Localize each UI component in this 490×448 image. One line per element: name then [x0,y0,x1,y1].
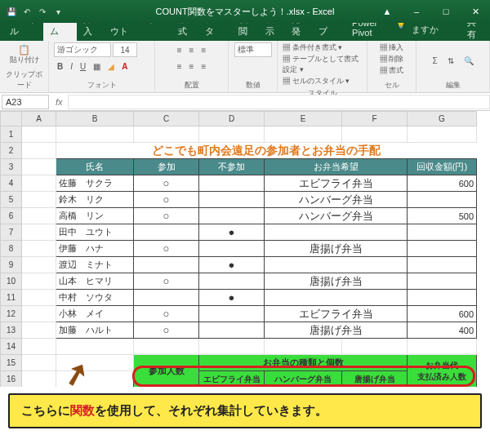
cell-fee[interactable]: 600 [408,175,477,192]
row-header[interactable]: 8 [1,241,22,257]
cell-fee[interactable] [408,241,477,257]
select-all-corner[interactable] [1,112,22,126]
table-header[interactable]: 参加 [134,159,199,175]
ribbon-collapse-icon[interactable]: ▲ [372,0,402,23]
table-header[interactable]: 氏名 [56,159,134,175]
cell-skip[interactable] [199,322,265,339]
cell-join[interactable]: ○ [134,322,199,339]
cell-bento[interactable]: ハンバーグ弁当 [265,192,408,208]
maximize-icon[interactable]: □ [431,0,461,23]
row-header[interactable]: 9 [1,257,22,273]
summary-header[interactable]: 唐揚げ弁当 [342,371,408,388]
cell-name[interactable]: 渡辺 ミナト [56,257,134,273]
redo-icon[interactable]: ↷ [36,5,49,18]
cell-name[interactable]: 佐藤 サクラ [56,175,134,192]
cell-bento[interactable]: ハンバーグ弁当 [265,208,408,224]
paste-button[interactable]: 📋 貼り付け [10,45,39,65]
table-format-button[interactable]: ▦ テーブルとして書式設定 ▾ [283,54,362,75]
cell-skip[interactable]: ● [199,290,265,306]
font-color-button[interactable]: A [118,59,131,73]
insert-cells-button[interactable]: ▦ 挿入 [380,42,404,53]
bold-button[interactable]: B [54,59,66,73]
cell-skip[interactable] [199,273,265,290]
cell-fee[interactable] [408,224,477,241]
col-header[interactable]: C [134,112,199,126]
save-icon[interactable]: 💾 [5,5,18,18]
cell-bento[interactable]: エビフライ弁当 [265,306,408,322]
col-header[interactable]: F [342,112,408,126]
cell-join[interactable] [134,224,199,241]
cell-fee[interactable] [408,290,477,306]
cell-skip[interactable] [199,175,265,192]
fx-icon[interactable]: fx [51,97,68,107]
cell-fee[interactable]: 500 [408,208,477,224]
cell-styles-button[interactable]: ▦ セルのスタイル ▾ [283,76,350,86]
cell-skip[interactable] [199,208,265,224]
cell-fee[interactable] [408,257,477,273]
cell-bento[interactable]: 唐揚げ弁当 [265,241,408,257]
cell-name[interactable]: 小林 メイ [56,306,134,322]
cell-join[interactable]: ○ [134,208,199,224]
cell-bento[interactable]: 唐揚げ弁当 [265,273,408,290]
cell-name[interactable]: 田中 ユウト [56,224,134,241]
summary-header[interactable]: エビフライ弁当 [199,371,265,388]
name-box[interactable]: A23 [2,95,49,109]
cell-bento[interactable]: 唐揚げ弁当 [265,322,408,339]
underline-button[interactable]: U [77,59,89,73]
col-header[interactable]: E [265,112,342,126]
cell-name[interactable]: 加藤 ハルト [56,322,134,339]
font-size-select[interactable]: 14 [113,42,137,57]
row-header[interactable]: 5 [1,192,22,208]
undo-icon[interactable]: ↶ [20,5,33,18]
align-center-button[interactable]: ≡ [186,59,198,73]
col-header[interactable]: B [56,112,134,126]
align-left-button[interactable]: ≡ [174,59,185,73]
col-header[interactable]: D [199,112,265,126]
col-header[interactable]: A [22,112,56,126]
cell-bento[interactable] [265,290,408,306]
cell-name[interactable]: 山本 ヒマリ [56,273,134,290]
format-cells-button[interactable]: ▦ 書式 [380,65,404,76]
summary-header[interactable]: 参加人数 [134,355,199,388]
delete-cells-button[interactable]: ▦ 削除 [380,54,404,64]
table-header[interactable]: 不参加 [199,159,265,175]
cell-bento[interactable] [265,224,408,241]
row-header[interactable]: 14 [1,339,22,355]
cell-join[interactable]: ○ [134,306,199,322]
fill-color-button[interactable]: ◢ [105,59,118,73]
summary-header[interactable]: お弁当の種類と個数 [199,355,408,371]
row-header[interactable]: 4 [1,175,22,192]
align-top-button[interactable]: ≡ [174,42,185,57]
cell-name[interactable]: 鈴木 リク [56,192,134,208]
cell-fee[interactable]: 600 [408,306,477,322]
cell-fee[interactable] [408,273,477,290]
table-header[interactable]: 回収金額(円) [408,159,477,175]
cell-bento[interactable] [265,257,408,273]
cell-join[interactable]: ○ [134,273,199,290]
align-right-button[interactable]: ≡ [198,59,209,73]
sheet-title[interactable]: どこでも町内会遠足の参加者とお弁当の手配 [56,143,477,159]
formula-input[interactable] [68,95,490,109]
summary-header[interactable]: お弁当代 支払済み人数 [408,355,477,388]
cell-join[interactable]: ○ [134,192,199,208]
minimize-icon[interactable]: – [402,0,431,23]
cell-name[interactable]: 高橋 リン [56,208,134,224]
cell-fee[interactable] [408,192,477,208]
cell-join[interactable] [134,290,199,306]
row-header[interactable]: 11 [1,290,22,306]
cell-skip[interactable] [199,306,265,322]
find-button[interactable]: 🔍 [461,53,477,68]
autosum-button[interactable]: Σ [429,53,440,68]
cell-skip[interactable]: ● [199,224,265,241]
cell-fee[interactable]: 400 [408,322,477,339]
row-header[interactable]: 15 [1,355,22,371]
cell-name[interactable]: 中村 ソウタ [56,290,134,306]
sort-filter-button[interactable]: ⇅ [444,53,457,68]
row-header[interactable]: 13 [1,322,22,339]
border-button[interactable]: ▦ [90,59,104,73]
cell-join[interactable]: ○ [134,175,199,192]
row-header[interactable]: 3 [1,159,22,175]
font-name-select[interactable]: 游ゴシック [54,42,111,57]
table-header[interactable]: お弁当希望 [265,159,408,175]
align-mid-button[interactable]: ≡ [186,42,198,57]
